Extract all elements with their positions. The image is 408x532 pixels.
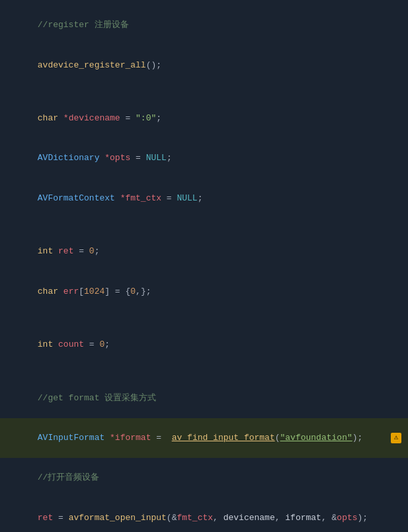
line-6: AVFormatContext *fmt_ctx = NULL; — [0, 179, 408, 218]
line-14: AVInputFormat *iformat = av_find_input_f… — [0, 418, 408, 458]
comment-register: //register 注册设备 — [38, 20, 129, 30]
line-5: AVDictionary *opts = NULL; — [0, 138, 408, 178]
line-12 — [0, 365, 408, 378]
line-16: ret = avformat_open_input(&fmt_ctx, devi… — [0, 498, 408, 532]
line-2: avdevice_register_all(); — [0, 45, 408, 85]
line-10 — [0, 312, 408, 325]
line-7 — [0, 218, 408, 232]
line-15: //打开音频设备 — [0, 458, 408, 498]
line-8: int ret = 0; — [0, 232, 408, 271]
line-4: char *devicename = ":0"; — [0, 99, 408, 138]
line-13: //get format 设置采集方式 — [0, 378, 408, 418]
func-avdevice: avdevice_register_all — [38, 60, 146, 70]
line-9: char err[1024] = {0,}; — [0, 272, 408, 312]
line-11: int count = 0; — [0, 325, 408, 365]
line-1: //register 注册设备 — [0, 5, 408, 45]
code-editor: //register 注册设备 avdevice_register_all();… — [0, 0, 408, 532]
line-3 — [0, 85, 408, 99]
warn-icon-14: ⚠ — [391, 433, 401, 443]
